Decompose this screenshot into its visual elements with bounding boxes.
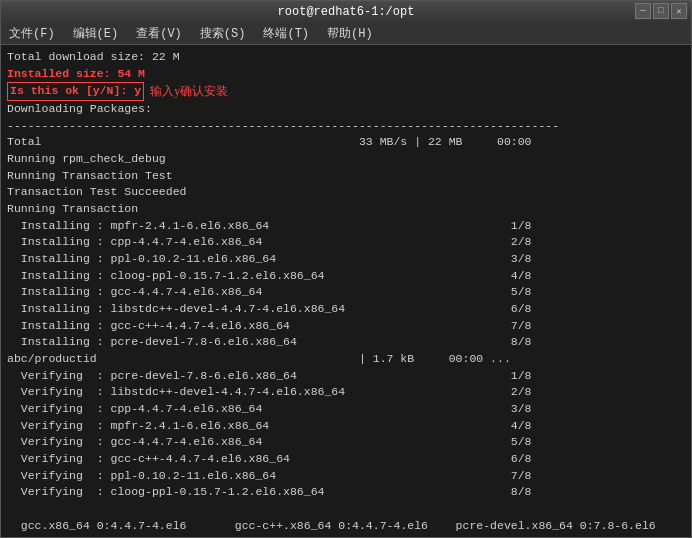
is-this-ok-text: Is this ok [y/N]: y xyxy=(7,82,144,101)
line-blank-1 xyxy=(7,501,685,518)
window-title: root@redhat6-1:/opt xyxy=(278,5,415,19)
minimize-button[interactable]: ─ xyxy=(635,3,651,19)
line-installing-8: Installing : pcre-devel-7.8-6.el6.x86_64… xyxy=(7,334,685,351)
line-installed-size: Installed size: 54 M xyxy=(7,66,685,83)
line-downloading: Downloading Packages: xyxy=(7,101,685,118)
line-installing-7: Installing : gcc-c++-4.4.7-4.el6.x86_64 … xyxy=(7,318,685,335)
line-rpm-check: Running rpm_check_debug xyxy=(7,151,685,168)
line-installing-1: Installing : mpfr-2.4.1-6.el6.x86_64 1/8 xyxy=(7,218,685,235)
line-blank-2 xyxy=(7,534,685,537)
is-this-ok-line: Is this ok [y/N]: y 输入y确认安装 xyxy=(7,82,685,101)
menu-view[interactable]: 查看(V) xyxy=(132,24,186,43)
line-total-speed: Total 33 MB/s | 22 MB 00:00 xyxy=(7,134,685,151)
line-verifying-3: Verifying : cpp-4.4.7-4.el6.x86_64 3/8 xyxy=(7,401,685,418)
terminal-body[interactable]: Total download size: 22 M Installed size… xyxy=(1,45,691,537)
line-transaction-test: Running Transaction Test xyxy=(7,168,685,185)
menu-terminal[interactable]: 终端(T) xyxy=(259,24,313,43)
line-total-download: Total download size: 22 M xyxy=(7,49,685,66)
terminal-window: root@redhat6-1:/opt ─ □ ✕ 文件(F) 编辑(E) 查看… xyxy=(0,0,692,538)
menu-search[interactable]: 搜索(S) xyxy=(196,24,250,43)
line-verifying-2: Verifying : libstdc++-devel-4.4.7-4.el6.… xyxy=(7,384,685,401)
title-bar: root@redhat6-1:/opt ─ □ ✕ xyxy=(1,1,691,23)
line-verifying-5: Verifying : gcc-4.4.7-4.el6.x86_64 5/8 xyxy=(7,434,685,451)
line-installed-header: gcc.x86_64 0:4.4.7-4.el6 gcc-c++.x86_64 … xyxy=(7,518,685,535)
line-installing-5: Installing : gcc-4.4.7-4.el6.x86_64 5/8 xyxy=(7,284,685,301)
line-verifying-6: Verifying : gcc-c++-4.4.7-4.el6.x86_64 6… xyxy=(7,451,685,468)
close-button[interactable]: ✕ xyxy=(671,3,687,19)
maximize-button[interactable]: □ xyxy=(653,3,669,19)
line-running-transaction: Running Transaction xyxy=(7,201,685,218)
line-installing-6: Installing : libstdc++-devel-4.4.7-4.el6… xyxy=(7,301,685,318)
menu-bar: 文件(F) 编辑(E) 查看(V) 搜索(S) 终端(T) 帮助(H) xyxy=(1,23,691,45)
menu-edit[interactable]: 编辑(E) xyxy=(69,24,123,43)
line-installing-2: Installing : cpp-4.4.7-4.el6.x86_64 2/8 xyxy=(7,234,685,251)
line-verifying-8: Verifying : cloog-ppl-0.15.7-1.2.el6.x86… xyxy=(7,484,685,501)
line-productid: abc/productid | 1.7 kB 00:00 ... xyxy=(7,351,685,368)
line-verifying-1: Verifying : pcre-devel-7.8-6.el6.x86_64 … xyxy=(7,368,685,385)
line-separator: ----------------------------------------… xyxy=(7,118,685,135)
line-transaction-succeeded: Transaction Test Succeeded xyxy=(7,184,685,201)
line-installing-4: Installing : cloog-ppl-0.15.7-1.2.el6.x8… xyxy=(7,268,685,285)
line-verifying-4: Verifying : mpfr-2.4.1-6.el6.x86_64 4/8 xyxy=(7,418,685,435)
line-verifying-7: Verifying : ppl-0.10.2-11.el6.x86_64 7/8 xyxy=(7,468,685,485)
menu-file[interactable]: 文件(F) xyxy=(5,24,59,43)
annotation-confirm: 输入y确认安装 xyxy=(150,83,228,100)
window-controls: ─ □ ✕ xyxy=(635,3,687,19)
menu-help[interactable]: 帮助(H) xyxy=(323,24,377,43)
line-installing-3: Installing : ppl-0.10.2-11.el6.x86_64 3/… xyxy=(7,251,685,268)
